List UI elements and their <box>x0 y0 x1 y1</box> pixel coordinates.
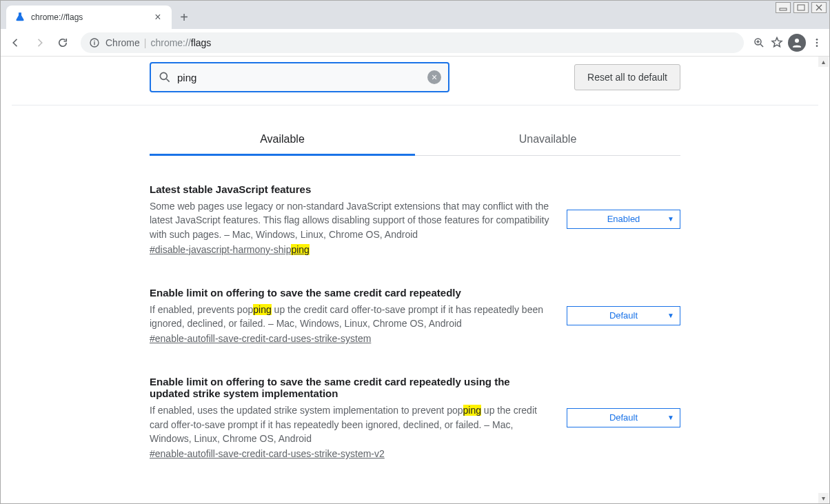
page-scroller[interactable]: × Reset all to default Available Unavail… <box>1 57 829 503</box>
flag-description: If enabled, prevents popping up the cred… <box>150 303 553 331</box>
new-tab-button[interactable]: + <box>174 8 194 27</box>
flags-list: Latest stable JavaScript features Some w… <box>150 156 680 459</box>
flag-title: Latest stable JavaScript features <box>150 183 553 195</box>
minimize-button[interactable] <box>776 2 791 13</box>
reload-button[interactable] <box>53 33 72 52</box>
header-divider <box>12 105 818 105</box>
search-icon <box>158 70 172 84</box>
site-info-icon <box>89 37 100 48</box>
flask-icon <box>14 12 26 23</box>
close-window-button[interactable] <box>811 2 827 13</box>
flag-item: Latest stable JavaScript features Some w… <box>150 183 680 255</box>
flag-permalink[interactable]: #enable-autofill-save-credit-card-uses-s… <box>150 448 385 459</box>
flag-dropdown[interactable]: Default▼ <box>567 306 680 325</box>
svg-point-6 <box>816 39 818 41</box>
clear-search-icon[interactable]: × <box>427 70 441 84</box>
toolbar: Chrome | chrome://flags <box>1 29 829 57</box>
tab-title: chrome://flags <box>31 12 147 22</box>
flag-title: Enable limit on offering to save the sam… <box>150 287 553 299</box>
browser-tab[interactable]: chrome://flags × <box>6 6 172 29</box>
omnibox-path-scheme: chrome:// <box>150 37 190 48</box>
flag-dropdown[interactable]: Enabled▼ <box>567 210 680 229</box>
svg-rect-0 <box>780 8 787 10</box>
svg-point-7 <box>816 41 818 43</box>
svg-rect-1 <box>798 5 804 10</box>
omnibox-separator: | <box>144 37 147 48</box>
flag-dropdown[interactable]: Default▼ <box>567 408 680 427</box>
forward-button[interactable] <box>30 33 49 52</box>
flag-title: Enable limit on offering to save the sam… <box>150 376 553 399</box>
omnibox-text: Chrome | chrome://flags <box>105 37 211 48</box>
chevron-down-icon: ▼ <box>667 215 674 223</box>
back-button[interactable] <box>6 33 26 52</box>
flag-item: Enable limit on offering to save the sam… <box>150 376 680 459</box>
chevron-down-icon: ▼ <box>667 312 674 319</box>
tab-unavailable[interactable]: Unavailable <box>415 125 680 155</box>
flags-page: × Reset all to default Available Unavail… <box>150 57 680 459</box>
search-input[interactable] <box>177 72 422 83</box>
viewport: ▴ ▾ × Reset all to default Available Una… <box>1 57 829 503</box>
bookmark-star-icon[interactable] <box>770 36 784 50</box>
close-tab-icon[interactable]: × <box>152 12 163 23</box>
search-box: × <box>150 62 449 92</box>
flag-permalink[interactable]: #enable-autofill-save-credit-card-uses-s… <box>150 333 371 344</box>
reset-all-button[interactable]: Reset all to default <box>574 64 680 90</box>
chevron-down-icon: ▼ <box>667 414 674 421</box>
tab-available[interactable]: Available <box>150 125 415 156</box>
svg-point-5 <box>795 39 799 43</box>
flag-description: If enabled, uses the updated strike syst… <box>150 403 553 445</box>
tab-strip: chrome://flags × + <box>1 1 196 29</box>
scroll-up-arrow[interactable]: ▴ <box>818 57 829 67</box>
tab-row: Available Unavailable <box>150 125 680 156</box>
scroll-down-arrow[interactable]: ▾ <box>818 493 829 503</box>
flag-item: Enable limit on offering to save the sam… <box>150 287 680 345</box>
svg-point-9 <box>160 72 167 79</box>
flag-description: Some web pages use legacy or non-standar… <box>150 199 553 241</box>
maximize-button[interactable] <box>793 2 809 13</box>
zoom-icon[interactable] <box>752 36 766 50</box>
title-bar: chrome://flags × + <box>1 1 829 29</box>
flag-permalink[interactable]: #disable-javascript-harmony-shipping <box>150 244 310 255</box>
browser-window: chrome://flags × + Chrome | chrome://fla… <box>0 0 830 504</box>
address-bar[interactable]: Chrome | chrome://flags <box>81 32 744 53</box>
profile-avatar[interactable] <box>788 34 806 52</box>
svg-point-8 <box>816 45 818 47</box>
kebab-menu-icon[interactable] <box>810 36 824 50</box>
omnibox-path-host: flags <box>191 37 212 48</box>
omnibox-prefix: Chrome <box>105 37 140 48</box>
